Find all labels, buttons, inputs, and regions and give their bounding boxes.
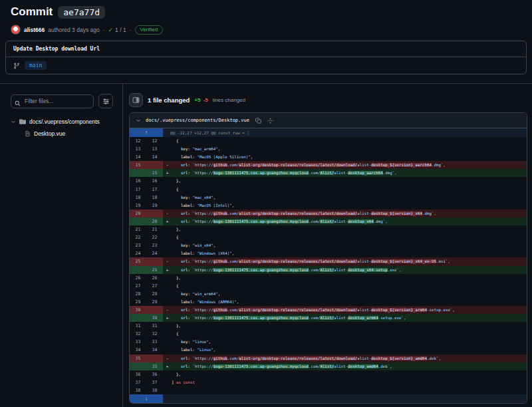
old-line-number[interactable]: 14 — [130, 153, 146, 161]
old-line-number[interactable]: 24 — [130, 249, 146, 257]
old-line-number[interactable]: 16 — [130, 177, 146, 185]
diff-file-name[interactable]: docs/.vuepress/components/Desktop.vue — [146, 118, 249, 123]
old-line-number[interactable] — [130, 266, 146, 274]
old-line-number[interactable] — [130, 217, 146, 225]
diff-row-hunk: ↑@@ -12,27 +12,27 @@ const raw = [ — [130, 128, 527, 137]
code-line: url: `https://bugo-1301111475.cos.ap-gua… — [172, 169, 397, 177]
old-line-number[interactable]: 30 — [130, 306, 146, 314]
new-line-number[interactable]: 22 — [146, 233, 163, 241]
old-line-number[interactable]: 28 — [130, 290, 146, 298]
file-icon — [25, 130, 31, 137]
old-line-number[interactable]: 18 — [130, 194, 146, 202]
old-line-number[interactable]: 13 — [130, 145, 146, 153]
new-line-number[interactable]: 31 — [146, 322, 163, 330]
new-line-number[interactable]: 26 — [146, 274, 163, 282]
new-line-number[interactable]: 32 — [146, 330, 163, 338]
avatar[interactable] — [11, 25, 21, 35]
diff-marker: - — [163, 161, 172, 169]
old-line-number[interactable]: 34 — [130, 346, 146, 354]
file-tree: docs/.vuepress/components Desktop.vue — [11, 116, 113, 140]
diff-row-ctx: 1818 key: "mac_x64", — [130, 194, 527, 202]
old-line-number[interactable]: 22 — [130, 233, 146, 241]
old-line-number[interactable]: 33 — [130, 338, 146, 346]
tree-folder-row[interactable]: docs/.vuepress/components — [11, 116, 113, 128]
old-line-number[interactable]: 20 — [130, 209, 146, 217]
new-line-number[interactable]: 24 — [146, 249, 163, 257]
old-line-number[interactable]: 35 — [130, 354, 146, 362]
new-line-number[interactable] — [146, 209, 163, 217]
copy-path-icon[interactable] — [255, 118, 261, 124]
verified-badge[interactable]: Verified — [135, 25, 164, 35]
new-line-number[interactable]: 21 — [146, 225, 163, 233]
new-line-number[interactable]: 17 — [146, 186, 163, 194]
expand-all-icon[interactable] — [267, 118, 273, 124]
new-line-number[interactable]: 19 — [146, 202, 163, 209]
code-line: { — [172, 137, 178, 145]
new-line-number[interactable]: 33 — [146, 338, 163, 346]
tree-file-row[interactable]: Desktop.vue — [11, 128, 113, 140]
old-line-number[interactable]: 27 — [130, 282, 146, 290]
collapse-file-chevron-icon[interactable] — [136, 118, 141, 123]
code-line: key: "mac_x64", — [172, 194, 215, 202]
new-line-number[interactable]: 27 — [146, 282, 163, 290]
commit-message-box: Update Desktop download Url main — [5, 41, 527, 74]
old-line-number[interactable]: 29 — [130, 298, 146, 306]
author-link[interactable]: alist666 — [24, 27, 45, 33]
filter-files-input[interactable] — [11, 94, 94, 108]
new-line-number[interactable]: 15 — [146, 169, 163, 177]
diff-marker — [163, 298, 172, 306]
old-line-number[interactable]: 21 — [130, 225, 146, 233]
new-line-number[interactable]: 13 — [146, 145, 163, 153]
old-line-number[interactable]: 23 — [130, 241, 146, 249]
new-line-number[interactable]: 29 — [146, 298, 163, 306]
check-icon: ✓ — [108, 27, 114, 33]
diff-marker: - — [163, 209, 172, 217]
new-line-number[interactable]: 37 — [146, 378, 163, 386]
old-line-number[interactable]: 32 — [130, 330, 146, 338]
branch-badge[interactable]: main — [25, 61, 47, 70]
new-line-number[interactable]: 30 — [146, 314, 163, 322]
new-line-number[interactable] — [146, 257, 163, 265]
diff-marker — [163, 137, 172, 145]
old-line-number[interactable]: 38 — [130, 386, 146, 394]
new-line-number[interactable]: 38 — [146, 386, 163, 394]
toggle-file-tree-button[interactable] — [129, 93, 143, 107]
old-line-number[interactable] — [130, 314, 146, 322]
old-line-number[interactable]: 12 — [130, 137, 146, 145]
new-line-number[interactable]: 20 — [146, 217, 163, 225]
new-line-number[interactable]: 16 — [146, 177, 163, 185]
new-line-number[interactable]: 18 — [146, 194, 163, 202]
old-line-number[interactable]: 15 — [130, 161, 146, 169]
old-line-number[interactable]: 37 — [130, 378, 146, 386]
diff-marker — [163, 177, 172, 185]
old-line-number[interactable]: 25 — [130, 257, 146, 265]
diff-marker — [163, 249, 172, 257]
diff-marker: + — [163, 362, 172, 370]
tree-options-button[interactable] — [98, 94, 113, 108]
diff-row-add: 25+ url: `https://bugo-1301111475.cos.ap… — [130, 266, 527, 274]
new-line-number[interactable]: 36 — [146, 370, 163, 378]
expand-down-button[interactable]: ↓ — [130, 394, 163, 403]
old-line-number[interactable] — [130, 169, 146, 177]
new-line-number[interactable]: 34 — [146, 346, 163, 354]
new-line-number[interactable]: 25 — [146, 266, 163, 274]
new-line-number[interactable]: 23 — [146, 241, 163, 249]
old-line-number[interactable]: 17 — [130, 186, 146, 194]
diff-row-ctx: 2222 { — [130, 233, 527, 241]
new-line-number[interactable] — [146, 306, 163, 314]
expand-up-button[interactable]: ↑ — [130, 128, 163, 137]
checks-status[interactable]: ✓ 1 / 1 — [108, 27, 126, 33]
old-line-number[interactable] — [130, 362, 146, 370]
new-line-number[interactable]: 12 — [146, 137, 163, 145]
code-line: }, — [172, 177, 181, 185]
new-line-number[interactable]: 28 — [146, 290, 163, 298]
diff-marker: - — [163, 306, 172, 314]
old-line-number[interactable]: 26 — [130, 274, 146, 282]
old-line-number[interactable]: 31 — [130, 322, 146, 330]
new-line-number[interactable]: 35 — [146, 362, 163, 370]
new-line-number[interactable] — [146, 161, 163, 169]
new-line-number[interactable]: 14 — [146, 153, 163, 161]
old-line-number[interactable]: 19 — [130, 202, 146, 209]
new-line-number[interactable] — [146, 354, 163, 362]
old-line-number[interactable]: 36 — [130, 370, 146, 378]
